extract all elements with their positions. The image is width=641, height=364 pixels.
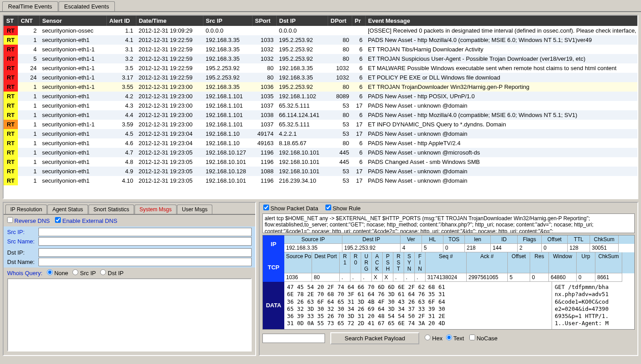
cell: 1036: [252, 82, 276, 92]
column-header[interactable]: Dst IP: [276, 16, 328, 26]
cell: 0.0.0.0: [276, 26, 328, 35]
column-header[interactable]: SPort: [252, 16, 276, 26]
dst-name-input[interactable]: [38, 258, 252, 266]
ip-header-cell: TOS: [443, 235, 465, 244]
cell: 1: [18, 138, 39, 148]
event-row[interactable]: RT1securityonion-eth1-13.592012-12-31 19…: [4, 120, 637, 129]
text-radio[interactable]: [446, 335, 452, 340]
cell: 24: [18, 63, 39, 73]
event-row[interactable]: RT1securityonion-eth14.12012-12-31 19:22…: [4, 35, 637, 45]
tab-user-msgs[interactable]: User Msgs: [177, 205, 212, 214]
cell: 3.59: [106, 120, 136, 129]
cell: securityonion-eth1: [39, 138, 106, 148]
tcp-value-cell: .: [340, 273, 350, 282]
cell: RT: [4, 82, 18, 92]
dst-name-label: Dst Name:: [7, 259, 38, 265]
tcp-value-cell: 5: [508, 273, 530, 282]
cell: 4.9: [106, 167, 136, 176]
event-row[interactable]: RT1securityonion-eth14.62012-12-31 19:23…: [4, 138, 637, 148]
cell: 4.6: [106, 138, 136, 148]
show-packet-data-checkbox[interactable]: [263, 205, 269, 210]
cell: 192.168.1.102: [276, 92, 328, 101]
search-payload-button[interactable]: Search Packet Payload: [330, 332, 419, 344]
cell: 1033: [252, 35, 276, 45]
event-row[interactable]: RT5securityonion-eth1-13.22012-12-31 19:…: [4, 54, 637, 63]
cell: 2012-12-31 19:23:00: [136, 110, 203, 120]
event-row[interactable]: RT1securityonion-eth14.52012-12-31 19:23…: [4, 129, 637, 138]
hex-radio[interactable]: [425, 335, 430, 340]
column-header[interactable]: Pr: [352, 16, 365, 26]
dst-ip-input[interactable]: [38, 248, 252, 257]
enable-external-dns-checkbox[interactable]: [55, 217, 61, 223]
cell: 1: [18, 35, 39, 45]
tab-escalated-events[interactable]: Escalated Events: [59, 1, 115, 11]
cell: 1035: [252, 92, 276, 101]
cell: 1032: [252, 45, 276, 54]
src-ip-input[interactable]: [38, 228, 252, 236]
whois-srcip-radio[interactable]: [72, 269, 78, 275]
cell: RT: [4, 92, 18, 101]
whois-none-radio[interactable]: [47, 269, 53, 275]
ip-value-cell: 0: [542, 244, 568, 252]
whois-dstip-radio[interactable]: [100, 269, 106, 275]
cell: securityonion-eth1: [39, 92, 106, 101]
tab-snort-statistics[interactable]: Snort Statistics: [89, 205, 134, 214]
cell: ET TROJAN Tibs/Harnig Downloader Activit…: [365, 45, 637, 54]
event-row[interactable]: RT1securityonion-eth14.42012-12-31 19:23…: [4, 110, 637, 120]
cell: PADS New Asset - unknown @microsoft-ds: [365, 148, 637, 157]
cell: 1: [18, 120, 39, 129]
show-rule-checkbox[interactable]: [325, 205, 331, 210]
column-header[interactable]: ST: [4, 16, 18, 26]
tcp-section-label: TCP: [263, 252, 284, 282]
reverse-dns-checkbox[interactable]: [7, 217, 13, 223]
cell: RT: [4, 138, 18, 148]
column-header[interactable]: Sensor: [39, 16, 106, 26]
tab-realtime-events[interactable]: RealTime Events: [2, 1, 58, 11]
search-payload-input[interactable]: [262, 334, 325, 343]
tcp-header-cell: S Y N: [404, 252, 415, 273]
cell: 6: [352, 110, 365, 120]
cell: 4.2.2.1: [276, 129, 328, 138]
cell: 1: [18, 176, 39, 185]
tcp-header-cell: P S H: [383, 252, 393, 273]
column-header[interactable]: CNT: [18, 16, 39, 26]
cell: 2012-12-31 19:23:00: [136, 92, 203, 101]
event-row[interactable]: RT1securityonion-eth14.32012-12-31 19:23…: [4, 101, 637, 110]
tcp-header-cell: Dest Port: [312, 252, 340, 273]
event-row[interactable]: RT1securityonion-eth14.82012-12-31 19:23…: [4, 157, 637, 167]
event-row[interactable]: RT4securityonion-eth1-13.12012-12-31 19:…: [4, 45, 637, 54]
text-radio-label: Text: [453, 335, 464, 342]
event-row[interactable]: RT1securityonion-eth14.92012-12-31 19:23…: [4, 167, 637, 176]
cell: 80: [328, 110, 352, 120]
cell: 6: [352, 45, 365, 54]
column-header[interactable]: Date/Time: [136, 16, 203, 26]
event-row[interactable]: RT1securityonion-eth1-13.552012-12-31 19…: [4, 82, 637, 92]
tab-ip-resolution[interactable]: IP Resolution: [5, 205, 47, 214]
event-row[interactable]: RT1securityonion-eth14.72012-12-31 19:23…: [4, 148, 637, 157]
tab-system-msgs[interactable]: System Msgs: [135, 205, 177, 214]
event-row[interactable]: RT2securityonion-ossec1.12012-12-31 19:0…: [4, 26, 637, 35]
src-name-input[interactable]: [38, 237, 252, 246]
cell: 216.239.34.10: [276, 176, 328, 185]
event-row[interactable]: RT24securityonion-eth1-13.52012-12-31 19…: [4, 63, 637, 73]
cell: 192.168.10.101: [276, 157, 328, 167]
cell: 4: [18, 45, 39, 54]
cell: 192.168.1.101: [203, 101, 252, 110]
nocase-checkbox[interactable]: [469, 335, 475, 340]
cell: securityonion-eth1: [39, 167, 106, 176]
cell: 1: [18, 110, 39, 120]
column-header[interactable]: Alert ID: [106, 16, 136, 26]
cell: 6: [352, 63, 365, 73]
tcp-header-cell: Res: [530, 252, 549, 273]
ip-value-cell: 144: [491, 244, 518, 252]
column-header[interactable]: Src IP: [203, 16, 252, 26]
event-row[interactable]: RT1securityonion-eth14.102012-12-31 19:2…: [4, 176, 637, 185]
events-table[interactable]: STCNTSensorAlert IDDate/TimeSrc IPSPortD…: [4, 16, 637, 185]
tab-agent-status[interactable]: Agent Status: [47, 205, 88, 214]
column-header[interactable]: DPort: [328, 16, 352, 26]
cell: PADS New Asset - unknown @domain: [365, 167, 637, 176]
event-row[interactable]: RT24securityonion-eth1-13.172012-12-31 1…: [4, 73, 637, 82]
column-header[interactable]: Event Message: [365, 16, 637, 26]
event-row[interactable]: RT1securityonion-eth14.22012-12-31 19:23…: [4, 92, 637, 101]
cell: RT: [4, 110, 18, 120]
